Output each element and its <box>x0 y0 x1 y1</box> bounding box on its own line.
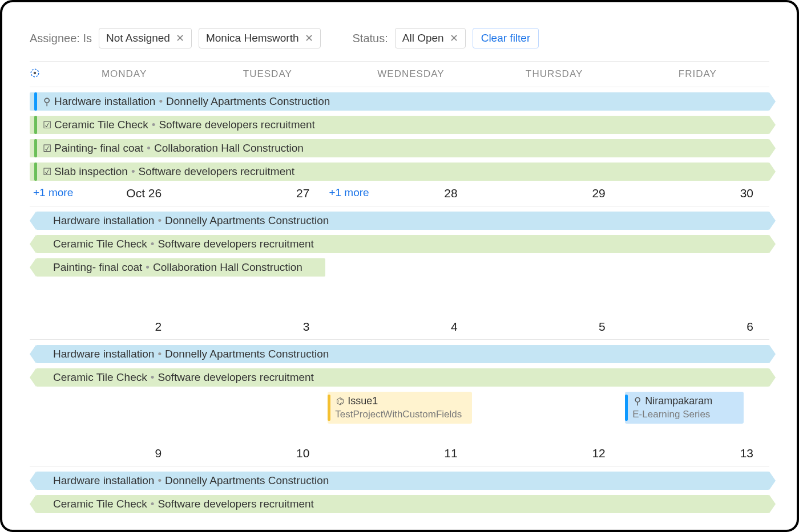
date: 9 <box>155 446 162 460</box>
task-project: E-Learning Series <box>632 408 712 421</box>
task-project: Collaboration Hall Construction <box>154 142 304 155</box>
assignee-label: Assignee: Is <box>30 32 92 45</box>
week-2: Hardware installation•Donnelly Apartment… <box>30 206 769 339</box>
week-1: ⚲ Hardware installation • Donnelly Apart… <box>30 87 769 206</box>
task-title: Ceramic Tile Check <box>53 238 147 250</box>
task-project: Software developers recruitment <box>158 238 314 250</box>
task-project: Software developers recruitment <box>159 119 315 131</box>
color-stripe <box>328 395 330 421</box>
svg-point-1 <box>34 72 37 75</box>
milestone-icon: ⚲ <box>632 395 643 408</box>
task-title: Painting- final coat <box>53 261 142 274</box>
date: 12 <box>592 446 605 460</box>
task-bar[interactable]: Hardware installation•Donnelly Apartment… <box>36 212 769 230</box>
task-card-issue[interactable]: ⌬Issue1 TestProjectWithCustomFields <box>328 392 472 424</box>
task-project: Software developers recruitment <box>139 165 295 178</box>
date: 29 <box>592 186 605 200</box>
day-wed: WEDNESDAY <box>339 68 482 80</box>
date: 2 <box>155 320 162 334</box>
date: 11 <box>444 446 457 460</box>
day-header-row: MONDAY TUESDAY WEDNESDAY THURSDAY FRIDAY <box>30 62 769 87</box>
task-title: Hardware installation <box>53 474 154 487</box>
milestone-icon: ⚲ <box>42 96 52 108</box>
task-icon: ☑ <box>42 143 52 155</box>
task-title: Ceramic Tile Check <box>53 371 147 384</box>
task-title: Hardware installation <box>53 348 154 360</box>
day-thu: THURSDAY <box>483 68 626 80</box>
task-project: Donnelly Apartments Construction <box>165 474 329 487</box>
remove-icon[interactable]: ✕ <box>305 32 313 44</box>
task-bar[interactable]: Hardware installation•Donnelly Apartment… <box>36 472 769 490</box>
task-project: TestProjectWithCustomFields <box>335 408 462 421</box>
more-link[interactable]: +1 more <box>33 186 73 199</box>
week-4: Hardware installation•Donnelly Apartment… <box>30 466 769 513</box>
color-stripe <box>34 163 37 181</box>
chip-label: Monica Hemsworth <box>206 32 299 44</box>
task-icon: ☑ <box>42 119 52 131</box>
task-bar[interactable]: Ceramic Tile Check•Software developers r… <box>36 235 769 253</box>
chip-label: All Open <box>402 32 444 44</box>
status-label: Status: <box>353 32 388 45</box>
task-project: Donnelly Apartments Construction <box>165 214 329 227</box>
task-bar[interactable]: Ceramic Tile Check•Software developers r… <box>36 495 769 513</box>
task-title: Nirampakaram <box>645 395 712 407</box>
clear-filter-button[interactable]: Clear filter <box>473 28 539 48</box>
task-title: Painting- final coat <box>54 142 143 155</box>
task-icon: ☑ <box>42 166 52 178</box>
task-bar[interactable]: ⚲ Hardware installation • Donnelly Apart… <box>30 92 769 111</box>
date: 6 <box>746 320 753 334</box>
remove-icon[interactable]: ✕ <box>450 32 458 44</box>
day-tue: TUESDAY <box>196 68 339 80</box>
date: Oct 26 <box>126 186 162 200</box>
day-mon: MONDAY <box>53 68 196 80</box>
task-title: Ceramic Tile Check <box>54 119 148 131</box>
task-title: Issue1 <box>348 395 378 407</box>
chip-status[interactable]: All Open ✕ <box>395 28 466 48</box>
day-fri: FRIDAY <box>626 68 769 80</box>
task-project: Donnelly Apartments Construction <box>166 95 330 108</box>
date: 3 <box>303 320 310 334</box>
date: 13 <box>740 446 753 460</box>
settings-icon[interactable] <box>30 68 53 80</box>
task-bar[interactable]: ☑ Slab inspection • Software developers … <box>30 163 769 181</box>
date: 30 <box>740 186 753 200</box>
date: 10 <box>296 446 309 460</box>
color-stripe <box>34 92 37 111</box>
task-project: Software developers recruitment <box>158 498 314 510</box>
task-bar[interactable]: Ceramic Tile Check•Software developers r… <box>36 368 769 387</box>
task-project: Donnelly Apartments Construction <box>165 348 329 360</box>
date: 4 <box>451 320 458 334</box>
task-project: Software developers recruitment <box>158 371 314 384</box>
week-3: Hardware installation•Donnelly Apartment… <box>30 340 769 466</box>
task-title: Slab inspection <box>54 165 128 178</box>
remove-icon[interactable]: ✕ <box>176 32 184 44</box>
task-bar[interactable]: Painting- final coat•Collaboration Hall … <box>36 258 325 277</box>
task-card-niram[interactable]: ⚲Nirampakaram E-Learning Series <box>625 392 743 424</box>
date: 28 <box>444 186 457 200</box>
filter-bar: Assignee: Is Not Assigned ✕ Monica Hemsw… <box>30 28 769 61</box>
bug-icon: ⌬ <box>335 395 345 408</box>
chip-monica[interactable]: Monica Hemsworth ✕ <box>199 28 321 48</box>
date: 5 <box>599 320 606 334</box>
task-bar[interactable]: Hardware installation•Donnelly Apartment… <box>36 345 769 363</box>
task-title: Ceramic Tile Check <box>53 498 147 510</box>
color-stripe <box>34 116 37 134</box>
color-stripe <box>625 395 628 421</box>
task-title: Hardware installation <box>53 214 154 227</box>
chip-label: Not Assigned <box>106 32 170 44</box>
more-link[interactable]: +1 more <box>329 186 369 199</box>
chip-not-assigned[interactable]: Not Assigned ✕ <box>99 28 192 48</box>
date: 27 <box>296 186 309 200</box>
task-bar[interactable]: ☑ Ceramic Tile Check • Software develope… <box>30 116 769 134</box>
task-bar[interactable]: ☑ Painting- final coat • Collaboration H… <box>30 139 769 157</box>
task-project: Collaboration Hall Construction <box>153 261 302 274</box>
task-title: Hardware installation <box>54 95 155 108</box>
color-stripe <box>34 139 37 157</box>
